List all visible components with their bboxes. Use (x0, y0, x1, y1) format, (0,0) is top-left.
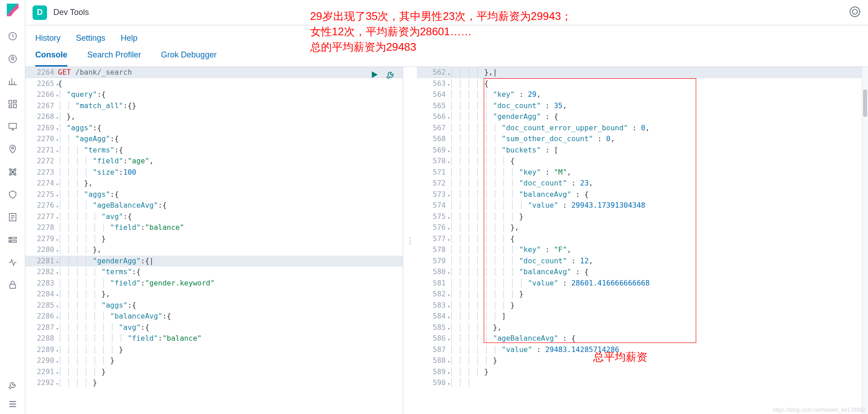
svg-point-12 (14, 174, 16, 176)
apm-icon[interactable] (7, 234, 18, 245)
discover-icon[interactable] (7, 53, 18, 64)
visualize-icon[interactable] (7, 76, 18, 87)
logs-icon[interactable] (7, 212, 18, 223)
svg-rect-7 (9, 124, 16, 128)
svg-rect-3 (9, 100, 11, 104)
svg-point-8 (11, 147, 14, 149)
request-editor[interactable]: 2264GET /bank/_search2265▾{2266▾│ "query… (25, 67, 403, 414)
svg-point-21 (853, 9, 858, 14)
svg-point-9 (9, 169, 11, 171)
history-link[interactable]: History (35, 33, 61, 43)
svg-point-10 (14, 169, 16, 171)
svg-rect-19 (9, 284, 15, 288)
settings-link[interactable]: Settings (76, 33, 105, 43)
tab-console[interactable]: Console (35, 50, 67, 67)
infrastructure-icon[interactable] (7, 189, 18, 200)
app-badge: D (33, 5, 47, 20)
dashboard-icon[interactable] (7, 99, 18, 109)
svg-rect-5 (13, 104, 16, 108)
svg-point-17 (10, 238, 11, 238)
send-request-icon[interactable] (369, 70, 379, 83)
svg-point-18 (10, 241, 11, 242)
help-menu-icon[interactable] (849, 6, 861, 19)
maps-icon[interactable] (7, 144, 18, 155)
tab-search-profiler[interactable]: Search Profiler (87, 50, 141, 67)
collapse-icon[interactable] (7, 399, 18, 409)
devtools-tabs: Console Search Profiler Grok Debugger (25, 46, 868, 67)
ml-icon[interactable] (7, 167, 18, 177)
tab-grok-debugger[interactable]: Grok Debugger (161, 50, 217, 67)
scrollbar-vertical[interactable] (862, 67, 868, 414)
svg-point-20 (850, 7, 860, 17)
svg-point-2 (9, 55, 16, 63)
svg-point-11 (9, 174, 11, 176)
nav-rail (0, 0, 25, 414)
wrench-icon[interactable] (386, 70, 396, 83)
page-title: Dev Tools (53, 8, 89, 17)
svg-rect-4 (13, 100, 16, 103)
uptime-icon[interactable] (7, 257, 18, 268)
watermark: https://blog.csdn.net/weixin_44178862 (773, 407, 865, 413)
pane-splitter[interactable]: ⋮ (403, 67, 417, 414)
svg-rect-6 (9, 106, 11, 108)
kibana-logo-icon[interactable] (5, 3, 20, 19)
security-icon[interactable] (7, 280, 18, 290)
response-output[interactable]: 562▴│ │ │ │ },|563▾│ │ │ │ {564│ │ │ │ │… (417, 67, 868, 414)
header-bar: D Dev Tools (25, 0, 868, 25)
devtools-icon[interactable] (7, 380, 18, 390)
recent-icon[interactable] (7, 31, 18, 42)
console-subnav: History Settings Help (25, 25, 868, 46)
help-link[interactable]: Help (121, 33, 137, 43)
canvas-icon[interactable] (7, 121, 18, 132)
